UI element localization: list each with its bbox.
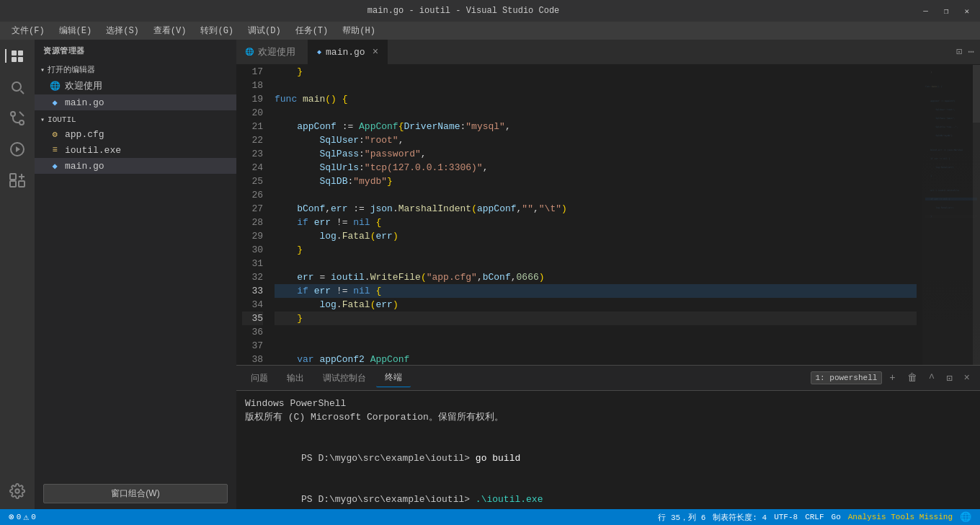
- sidebar-item-appcfg[interactable]: ⚙ app.cfg: [35, 126, 236, 142]
- terminal-collapse-button[interactable]: ^: [925, 371, 939, 385]
- sidebar-item-maingo-open[interactable]: ◆ main.go: [35, 94, 236, 110]
- code-line-23: SqlPass:"password",: [275, 147, 917, 161]
- window-group-section: 窗口组合(W): [43, 484, 228, 503]
- minimap-visual: } func main() { appConf := AppConf{ SqlU…: [922, 65, 980, 365]
- kill-terminal-button[interactable]: 🗑: [903, 371, 922, 385]
- terminal-line-1: Windows PowerShell: [245, 397, 971, 410]
- activity-run[interactable]: [5, 136, 30, 162]
- code-line-25: SqlDB:"mydb"}: [275, 175, 917, 188]
- tab-maingo-close[interactable]: ×: [373, 46, 378, 58]
- tab-maingo-icon: ◆: [317, 48, 321, 56]
- menu-item-编辑e[interactable]: 编辑(E): [53, 23, 98, 38]
- powershell-selector[interactable]: 1: powershell: [811, 371, 883, 384]
- status-language-text: Go: [832, 513, 841, 521]
- code-content: } func main() { appConf := AppConf{Drive…: [269, 65, 922, 365]
- code-line-37: [275, 339, 917, 353]
- svg-point-4: [12, 82, 21, 91]
- terminal-tab-output[interactable]: 输出: [278, 369, 313, 387]
- tab-welcome-icon: 🌐: [245, 48, 254, 56]
- more-tabs-icon: ⋯: [968, 45, 974, 58]
- status-language[interactable]: Go: [829, 513, 844, 521]
- code-line-29: log.Fatal(err): [275, 229, 917, 243]
- svg-line-8: [19, 112, 24, 116]
- terminal-line-4: PS D:\mygo\src\example\ioutil> go build: [245, 438, 971, 479]
- tab-more-button[interactable]: ⊡ ⋯: [950, 40, 980, 64]
- svg-line-5: [21, 90, 24, 94]
- terminal-tab-terminal[interactable]: 终端: [376, 369, 411, 387]
- code-line-24: SqlUrls:"tcp(127.0.0.1:3306)",: [275, 161, 917, 175]
- status-encoding[interactable]: UTF-8: [771, 513, 801, 521]
- status-right: 行 35，列 6 制表符长度: 4 UTF-8 CRLF Go Analysis…: [655, 511, 974, 523]
- svg-marker-10: [16, 146, 20, 152]
- terminal-close-button[interactable]: ×: [960, 371, 974, 385]
- menu-item-转到g[interactable]: 转到(G): [195, 23, 239, 38]
- menu-item-选择s[interactable]: 选择(S): [100, 23, 145, 38]
- status-lineending-text: CRLF: [805, 513, 824, 521]
- project-arrow: ▾: [40, 115, 45, 124]
- tab-maingo[interactable]: ◆ main.go ×: [308, 40, 388, 64]
- sidebar-item-welcome-label: 欢迎使用: [65, 79, 102, 92]
- ioutilexe-icon: ≡: [49, 144, 61, 156]
- menu-item-文件f[interactable]: 文件(F): [6, 23, 50, 38]
- status-bar: ⊗ 0 ⚠ 0 行 35，列 6 制表符长度: 4 UTF-8 CRLF Go …: [0, 509, 980, 525]
- new-terminal-button[interactable]: +: [885, 371, 899, 385]
- activity-source-control[interactable]: [5, 105, 30, 131]
- sidebar-item-ioutilexe[interactable]: ≡ ioutil.exe: [35, 142, 236, 158]
- code-line-34: log.Fatal(err): [275, 298, 917, 312]
- menu-bar: 文件(F)编辑(E)选择(S)查看(V)转到(G)调试(D)任务(T)帮助(H): [0, 22, 980, 40]
- svg-point-14: [15, 489, 19, 493]
- status-globe[interactable]: 🌐: [957, 511, 974, 523]
- warning-count: 0: [31, 513, 36, 521]
- window-group-button[interactable]: 窗口组合(W): [43, 484, 228, 503]
- terminal-cmd-2: .\ioutil.exe: [476, 494, 543, 505]
- editor-area: 🌐 欢迎使用 ◆ main.go × ⊡ ⋯ 17 18 19 20 2: [236, 40, 980, 509]
- code-line-19: func main() {: [275, 92, 917, 106]
- code-line-20: [275, 106, 917, 120]
- tab-welcome[interactable]: 🌐 欢迎使用: [236, 40, 308, 64]
- svg-rect-0: [12, 50, 17, 56]
- terminal-split-button[interactable]: ⊡: [942, 371, 956, 386]
- appcfg-icon: ⚙: [49, 128, 61, 140]
- terminal-content[interactable]: Windows PowerShell 版权所有 (C) Microsoft Co…: [236, 391, 980, 509]
- status-analysis-text: Analysis Tools Missing: [848, 513, 953, 521]
- status-lineending[interactable]: CRLF: [802, 513, 827, 521]
- code-line-18: [275, 79, 917, 92]
- code-line-33: if err != nil {: [275, 284, 917, 298]
- split-editor-icon: ⊡: [956, 45, 962, 58]
- status-tabsize[interactable]: 制表符长度: 4: [710, 512, 770, 523]
- activity-explorer[interactable]: [5, 43, 30, 69]
- maximize-button[interactable]: ❐: [940, 5, 953, 17]
- terminal-line-2: 版权所有 (C) Microsoft Corporation。保留所有权利。: [245, 410, 971, 424]
- sidebar-item-welcome[interactable]: 🌐 欢迎使用: [35, 77, 236, 94]
- open-editors-section[interactable]: ▾ 打开的编辑器: [35, 62, 236, 77]
- sidebar-item-maingo[interactable]: ◆ main.go: [35, 158, 236, 174]
- code-line-36: [275, 325, 917, 339]
- window-controls: — ❐ ✕: [919, 5, 973, 17]
- terminal-line-3: [245, 424, 971, 438]
- activity-search[interactable]: [5, 74, 30, 100]
- terminal-tab-debug[interactable]: 调试控制台: [314, 369, 375, 387]
- status-tabsize-text: 制表符长度: 4: [713, 512, 767, 523]
- svg-rect-2: [12, 57, 17, 62]
- menu-item-调试d[interactable]: 调试(D): [242, 23, 287, 38]
- close-button[interactable]: ✕: [961, 5, 973, 17]
- status-analysis-tools[interactable]: Analysis Tools Missing: [845, 513, 956, 521]
- terminal-tab-problems[interactable]: 问题: [242, 369, 277, 387]
- maingo-file-icon-open: ◆: [49, 97, 61, 108]
- code-line-38: var appConf2 AppConf: [275, 353, 917, 365]
- status-position[interactable]: 行 35，列 6: [655, 512, 708, 523]
- menu-item-任务t[interactable]: 任务(T): [290, 23, 334, 38]
- svg-point-7: [19, 120, 24, 125]
- activity-settings[interactable]: [5, 478, 30, 503]
- minimize-button[interactable]: —: [919, 5, 932, 17]
- menu-item-查看v[interactable]: 查看(V): [148, 23, 192, 38]
- menu-item-帮助h[interactable]: 帮助(H): [337, 23, 381, 38]
- code-line-26: [275, 188, 917, 202]
- code-line-21: appConf := AppConf{DriverName:"mysql",: [275, 120, 917, 133]
- project-section[interactable]: ▾ IOUTIL: [35, 113, 236, 126]
- activity-extensions[interactable]: [5, 167, 30, 193]
- code-editor: 17 18 19 20 21 22 23 24 25 26 27 28 29 3…: [236, 65, 980, 365]
- status-errors[interactable]: ⊗ 0 ⚠ 0: [6, 509, 39, 525]
- sidebar-header: 资源管理器: [35, 40, 236, 62]
- title-text: main.go - ioutil - Visual Studio Code: [7, 6, 919, 16]
